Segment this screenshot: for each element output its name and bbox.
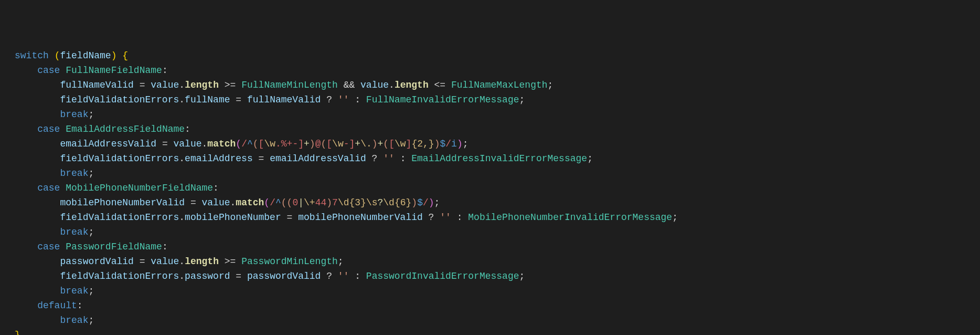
identifier: fieldValidationErrors — [60, 271, 179, 281]
code-line: fieldValidationErrors.fullName = fullNam… — [15, 95, 525, 105]
identifier: FullNameFieldName — [66, 65, 162, 76]
code-line: default: — [15, 300, 83, 311]
identifier: MobilePhoneNumberInvalidErrorMessage — [468, 212, 672, 223]
code-editor[interactable]: switch (fieldName) { case FullNameFieldN… — [15, 48, 980, 335]
code-line: mobilePhoneNumberValid = value.match(/^(… — [15, 197, 440, 208]
property-length: length — [395, 80, 429, 90]
keyword-case: case — [37, 183, 60, 193]
identifier: emailAddressValid — [60, 139, 156, 149]
identifier: FullNameInvalidErrorMessage — [366, 95, 519, 105]
identifier: MobilePhoneNumberFieldName — [66, 183, 213, 193]
code-line: } — [15, 330, 20, 335]
string-literal: '' — [440, 212, 451, 223]
property: password — [185, 271, 230, 281]
keyword-case: case — [37, 65, 60, 76]
code-line: case MobilePhoneNumberFieldName: — [15, 183, 219, 193]
identifier: PasswordFieldName — [66, 242, 162, 252]
identifier: value — [151, 256, 179, 267]
code-line: emailAddressValid = value.match(/^([\w.%… — [15, 139, 468, 149]
keyword-break: break — [60, 168, 88, 179]
string-literal: '' — [338, 271, 349, 281]
code-line: break; — [15, 109, 94, 120]
keyword-break: break — [60, 315, 88, 326]
method-match: match — [207, 139, 236, 149]
identifier: emailAddressValid — [270, 153, 366, 164]
keyword-case: case — [37, 242, 60, 252]
identifier: mobilePhoneNumberValid — [298, 212, 423, 223]
string-literal: '' — [383, 153, 395, 164]
code-line: switch (fieldName) { — [15, 50, 128, 61]
identifier: value — [202, 197, 230, 208]
keyword-case: case — [37, 124, 60, 134]
identifier: value — [174, 139, 202, 149]
code-line: case FullNameFieldName: — [15, 65, 168, 76]
keyword-break: break — [60, 227, 88, 237]
string-literal: '' — [338, 95, 349, 105]
identifier: passwordValid — [60, 256, 133, 267]
identifier: FullNameMaxLength — [451, 80, 548, 90]
code-line: fieldValidationErrors.emailAddress = ema… — [15, 153, 593, 164]
code-line: break; — [15, 315, 94, 326]
identifier: FullNameMinLength — [241, 80, 338, 90]
property: emailAddress — [185, 153, 253, 164]
code-line: break; — [15, 227, 94, 237]
regex-literal: /^((0|\+44)7\d{3}\s?\d{6})$/ — [270, 197, 429, 208]
identifier: passwordValid — [247, 271, 321, 281]
identifier: EmailAddressInvalidErrorMessage — [411, 153, 587, 164]
identifier: fieldName — [60, 50, 111, 61]
identifier: PasswordMinLength — [241, 256, 338, 267]
keyword-switch: switch — [15, 50, 49, 61]
code-line: fullNameValid = value.length >= FullName… — [15, 80, 553, 90]
identifier: fullNameValid — [247, 95, 321, 105]
identifier: fieldValidationErrors — [60, 153, 179, 164]
keyword-default: default — [37, 300, 77, 311]
identifier: fullNameValid — [60, 80, 133, 90]
identifier: fieldValidationErrors — [60, 95, 179, 105]
regex-literal: /^([\w.%+-]+)@([\w-]+\.)+([\w]{2,})$/i — [241, 139, 457, 149]
identifier: EmailAddressFieldName — [66, 124, 185, 134]
property-length: length — [185, 80, 219, 90]
code-line: case EmailAddressFieldName: — [15, 124, 190, 134]
code-line: fieldValidationErrors.mobilePhoneNumber … — [15, 212, 678, 223]
property-length: length — [185, 256, 219, 267]
identifier: mobilePhoneNumberValid — [60, 197, 185, 208]
code-line: break; — [15, 168, 94, 179]
method-match: match — [236, 197, 264, 208]
code-line: case PasswordFieldName: — [15, 242, 168, 252]
identifier: value — [360, 80, 389, 90]
code-line: break; — [15, 286, 94, 296]
code-line: fieldValidationErrors.password = passwor… — [15, 271, 525, 281]
keyword-break: break — [60, 109, 88, 120]
property: mobilePhoneNumber — [185, 212, 281, 223]
identifier: PasswordInvalidErrorMessage — [366, 271, 519, 281]
code-line: passwordValid = value.length >= Password… — [15, 256, 344, 267]
property: fullName — [185, 95, 230, 105]
identifier: value — [151, 80, 179, 90]
keyword-break: break — [60, 286, 88, 296]
identifier: fieldValidationErrors — [60, 212, 179, 223]
